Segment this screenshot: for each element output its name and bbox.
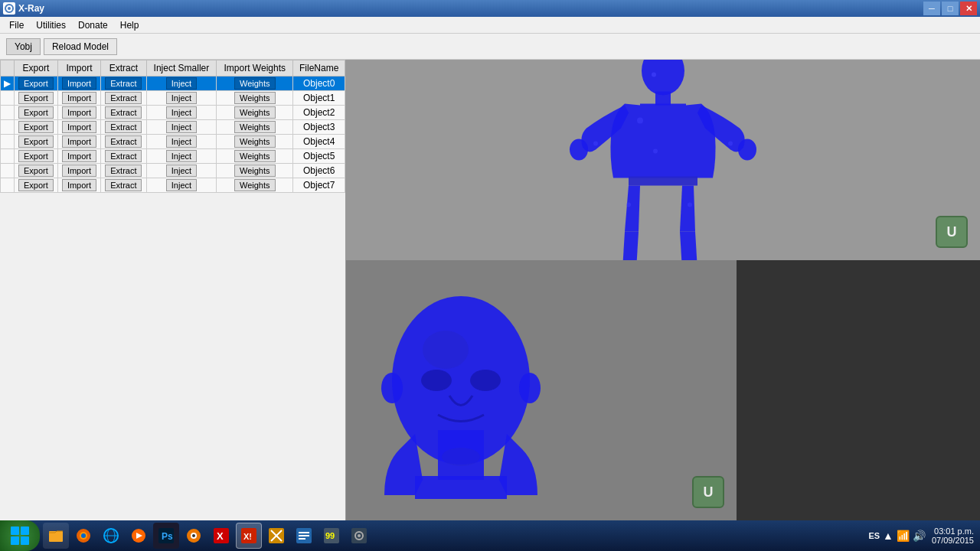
expand-tray[interactable]: ▲ — [883, 530, 893, 542]
weights-btn-cell: Weights — [217, 178, 293, 193]
extract-btn[interactable]: Extract — [105, 135, 142, 148]
export-btn-cell: Export — [15, 164, 58, 178]
table-row[interactable]: ExportImportExtractInjectWeightsObject6 — [1, 164, 345, 178]
upper-u-button[interactable]: U — [936, 216, 968, 248]
table-wrapper[interactable]: Export Import Extract Inject Smaller Imp… — [0, 60, 345, 520]
taskbar-blender[interactable] — [181, 523, 207, 549]
import-btn[interactable]: Import — [62, 121, 96, 133]
export-btn[interactable]: Export — [18, 179, 54, 191]
svg-point-6 — [570, 139, 588, 161]
weights-btn[interactable]: Weights — [234, 106, 276, 119]
export-btn-cell: Export — [15, 135, 58, 149]
reload-model-button[interactable]: Reload Model — [44, 38, 117, 55]
extract-btn-cell: Extract — [101, 91, 147, 106]
svg-point-15 — [593, 142, 598, 146]
table-row[interactable]: ▶ExportImportExtractInjectWeightsObject0 — [1, 77, 345, 91]
inject-btn[interactable]: Inject — [166, 179, 197, 191]
lower-u-button[interactable]: U — [692, 476, 724, 508]
extract-btn[interactable]: Extract — [105, 106, 142, 119]
import-btn[interactable]: Import — [62, 106, 96, 119]
table-row[interactable]: ExportImportExtractInjectWeightsObject5 — [1, 149, 345, 164]
menu-help[interactable]: Help — [114, 18, 145, 32]
import-btn[interactable]: Import — [62, 165, 96, 177]
table-row[interactable]: ExportImportExtractInjectWeightsObject1 — [1, 91, 345, 106]
import-btn-cell: Import — [57, 135, 100, 149]
export-btn-cell: Export — [15, 149, 58, 164]
inject-btn[interactable]: Inject — [166, 77, 197, 90]
inject-btn[interactable]: Inject — [166, 106, 197, 119]
taskbar-firefox[interactable] — [70, 523, 96, 549]
taskbar-editor[interactable] — [291, 523, 317, 549]
weights-btn[interactable]: Weights — [234, 135, 276, 148]
import-btn[interactable]: Import — [62, 92, 96, 104]
upper-3d-view: U — [346, 60, 980, 260]
import-btn[interactable]: Import — [62, 179, 96, 191]
weights-btn[interactable]: Weights — [234, 77, 276, 90]
export-btn[interactable]: Export — [18, 77, 54, 90]
import-btn-cell: Import — [57, 164, 100, 178]
menu-donate[interactable]: Donate — [72, 18, 114, 32]
taskbar-xtool[interactable]: X — [208, 523, 234, 549]
table-row[interactable]: ExportImportExtractInjectWeightsObject7 — [1, 178, 345, 193]
menu-utilities[interactable]: Utilities — [30, 18, 72, 32]
minimize-button[interactable]: ─ — [923, 2, 940, 15]
time-display: 03:01 p.m. — [932, 527, 974, 536]
inject-header: Inject Smaller — [146, 60, 216, 77]
taskbar-media[interactable] — [126, 523, 152, 549]
export-btn[interactable]: Export — [18, 135, 54, 148]
extract-btn[interactable]: Extract — [105, 150, 142, 162]
yobj-tab[interactable]: Yobj — [6, 38, 41, 55]
taskbar-photoshop[interactable]: Ps — [153, 523, 179, 549]
taskbar-network[interactable] — [98, 523, 124, 549]
menu-file[interactable]: File — [3, 18, 30, 32]
export-btn[interactable]: Export — [18, 92, 54, 104]
weights-btn[interactable]: Weights — [234, 165, 276, 177]
import-btn[interactable]: Import — [62, 135, 96, 148]
export-btn[interactable]: Export — [18, 150, 54, 162]
extract-btn-cell: Extract — [101, 120, 147, 135]
start-button[interactable] — [0, 520, 40, 551]
speaker-icon[interactable]: 🔊 — [913, 530, 926, 542]
table-row[interactable]: ExportImportExtractInjectWeightsObject4 — [1, 135, 345, 149]
export-btn[interactable]: Export — [18, 121, 54, 133]
extract-btn[interactable]: Extract — [105, 77, 142, 90]
taskbar-tool2[interactable] — [263, 523, 289, 549]
import-btn[interactable]: Import — [62, 150, 96, 162]
weights-btn[interactable]: Weights — [234, 150, 276, 162]
close-button[interactable]: ✕ — [960, 2, 977, 15]
export-btn-cell: Export — [15, 106, 58, 120]
import-btn[interactable]: Import — [62, 77, 96, 90]
inject-btn[interactable]: Inject — [166, 121, 197, 133]
app-icon — [3, 2, 15, 15]
lower-right-view — [737, 260, 980, 520]
svg-point-43 — [192, 534, 195, 537]
taskbar-settings[interactable] — [346, 523, 372, 549]
taskbar-xray-active[interactable]: X! — [236, 523, 262, 549]
extract-btn[interactable]: Extract — [105, 92, 142, 104]
inject-btn[interactable]: Inject — [166, 165, 197, 177]
weights-btn[interactable]: Weights — [234, 179, 276, 191]
svg-point-33 — [81, 533, 86, 538]
export-btn[interactable]: Export — [18, 106, 54, 119]
weights-btn[interactable]: Weights — [234, 92, 276, 104]
body-svg — [541, 60, 786, 260]
inject-btn[interactable]: Inject — [166, 150, 197, 162]
taskbar-counter[interactable]: 99 — [318, 523, 345, 549]
inject-btn[interactable]: Inject — [166, 92, 197, 104]
maximize-button[interactable]: □ — [942, 2, 959, 15]
extract-btn[interactable]: Extract — [105, 121, 142, 133]
svg-rect-54 — [299, 538, 305, 540]
svg-rect-3 — [655, 92, 671, 106]
table-row[interactable]: ExportImportExtractInjectWeightsObject3 — [1, 120, 345, 135]
windows-logo — [9, 525, 31, 546]
inject-btn[interactable]: Inject — [166, 135, 197, 148]
weights-btn[interactable]: Weights — [234, 121, 276, 133]
extract-btn[interactable]: Extract — [105, 165, 142, 177]
table-row[interactable]: ExportImportExtractInjectWeightsObject2 — [1, 106, 345, 120]
extract-btn-cell: Extract — [101, 106, 147, 120]
inject-btn-cell: Inject — [146, 91, 216, 106]
extract-btn[interactable]: Extract — [105, 179, 142, 191]
export-btn[interactable]: Export — [18, 165, 54, 177]
taskbar-left: Ps X X! 99 — [0, 520, 375, 551]
taskbar-filemanager[interactable] — [43, 523, 69, 549]
